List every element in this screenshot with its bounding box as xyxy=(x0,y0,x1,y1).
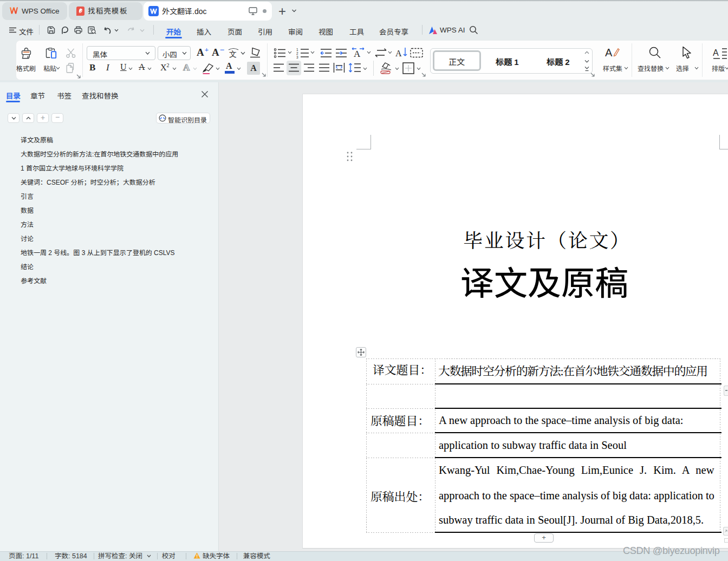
svg-text:A: A xyxy=(354,49,361,58)
svg-text:A: A xyxy=(395,49,402,58)
svg-text:1: 1 xyxy=(296,48,298,51)
svg-text:2: 2 xyxy=(296,51,298,55)
svg-text:文: 文 xyxy=(229,50,237,58)
svg-text:3: 3 xyxy=(296,55,298,58)
svg-text:A: A xyxy=(605,47,613,58)
svg-text:A: A xyxy=(713,48,719,57)
